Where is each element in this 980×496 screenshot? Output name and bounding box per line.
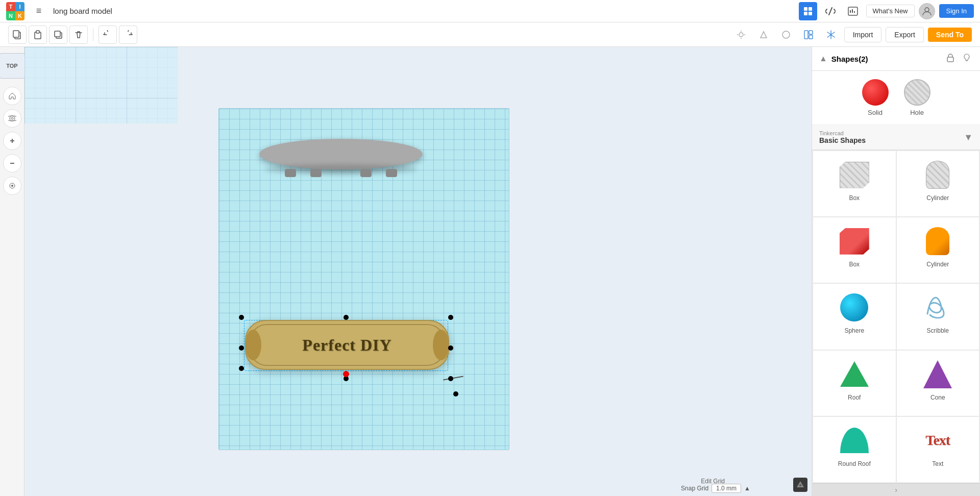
expand-arrow-icon: ›: [895, 486, 897, 494]
snap-grid-value[interactable]: 1.0 mm: [712, 484, 741, 493]
shape-grid: Box Cylinder Box Cylind: [812, 150, 980, 483]
tinkercad-corner-logo: [793, 478, 807, 492]
main-area: TOP: [0, 47, 980, 496]
undo-button[interactable]: [99, 26, 117, 44]
sphere-label: Sphere: [844, 327, 864, 334]
toolbar-right: Import Export Send To: [732, 26, 972, 44]
scribble-visual: [920, 291, 955, 324]
grid-icon: [803, 7, 813, 16]
shapes-lock-button[interactable]: [944, 52, 957, 65]
svg-point-20: [782, 31, 790, 38]
send-to-button[interactable]: Send To: [928, 28, 972, 42]
text-shape-label: Text: [932, 460, 943, 467]
orbit-button[interactable]: [3, 109, 21, 128]
signin-button[interactable]: Sign In: [939, 4, 974, 18]
label-board-group[interactable]: Perfect DIY: [239, 315, 453, 381]
circle-shape-button[interactable]: [777, 26, 795, 44]
export-button[interactable]: Export: [886, 27, 923, 42]
solid-circle: [862, 79, 889, 106]
shapes-collapse-button[interactable]: ▲: [819, 54, 827, 63]
snap-grid-controls: Snap Grid 1.0 mm ▲: [681, 484, 750, 493]
canvas-area[interactable]: Perfect DIY Edit Grid Snap Grid 1.0 mm ▲: [24, 47, 812, 496]
shape-card-cylinder-orange[interactable]: Cylinder: [897, 217, 979, 283]
skateboard-deck[interactable]: [254, 136, 428, 177]
shape-card-box-gray[interactable]: Box: [813, 151, 896, 216]
paste-button[interactable]: [29, 26, 47, 44]
reset-view-button[interactable]: [3, 177, 21, 195]
snap-grid-up-arrow[interactable]: ▲: [744, 485, 750, 492]
copy-icon: [13, 30, 22, 39]
solid-option[interactable]: Solid: [862, 79, 889, 116]
handle-middle-left[interactable]: [239, 345, 244, 351]
delete-button[interactable]: [69, 26, 88, 44]
logo-i: I: [15, 2, 24, 11]
layout-button[interactable]: [799, 26, 818, 44]
mirror-button[interactable]: [822, 26, 840, 44]
handle-top-right[interactable]: [448, 315, 453, 320]
shape-toggle-button[interactable]: [754, 26, 773, 44]
circle-shape-icon: [781, 30, 791, 40]
shapes-light-button[interactable]: [961, 52, 973, 65]
round-roof-label: Round Roof: [838, 460, 871, 467]
handle-rotation[interactable]: [453, 391, 458, 396]
roof-label: Roof: [848, 394, 861, 401]
user-avatar[interactable]: [919, 3, 935, 19]
shape-card-text[interactable]: Text Text: [897, 417, 979, 482]
panel-expand-toggle[interactable]: ›: [812, 483, 980, 496]
shape-library-header: Tinkercad Basic Shapes ▼: [812, 125, 980, 150]
scroll-decoration-left: [245, 330, 261, 360]
simulation-icon: [848, 7, 858, 16]
light-toggle-button[interactable]: [732, 26, 750, 44]
handle-top-left[interactable]: [239, 315, 244, 320]
hamburger-menu-button[interactable]: ≡: [30, 2, 48, 20]
svg-rect-22: [809, 31, 813, 34]
logo-n: N: [6, 11, 15, 20]
copy-button[interactable]: [8, 26, 27, 44]
shapes-header: ▲ Shapes(2): [812, 47, 980, 71]
toolbar: Import Export Send To: [0, 22, 980, 47]
duplicate-button[interactable]: [49, 26, 67, 44]
zoom-in-button[interactable]: [3, 132, 21, 150]
handle-middle-right[interactable]: [448, 345, 453, 351]
handle-top-middle[interactable]: [344, 315, 349, 320]
grid-view-button[interactable]: [799, 2, 817, 20]
shape-card-box-red[interactable]: Box: [813, 217, 896, 283]
mirror-icon: [826, 30, 836, 40]
shape-card-round-roof[interactable]: Round Roof: [813, 417, 896, 482]
whats-new-button[interactable]: What's New: [866, 5, 915, 17]
shape-card-cone[interactable]: Cone: [897, 351, 979, 416]
shape-card-roof[interactable]: Roof: [813, 351, 896, 416]
wheel-1: [285, 169, 296, 177]
svg-rect-35: [947, 57, 953, 62]
left-nav: TOP: [0, 47, 24, 496]
library-dropdown-button[interactable]: ▼: [964, 132, 973, 143]
shape-icon: [758, 30, 769, 40]
user-icon: [922, 6, 932, 16]
wheel-4: [386, 169, 397, 177]
shape-card-sphere[interactable]: Sphere: [813, 284, 896, 349]
svg-rect-3: [808, 12, 812, 15]
hole-option[interactable]: Hole: [904, 79, 930, 116]
reset-icon: [8, 182, 16, 190]
trash-icon: [74, 30, 83, 39]
svg-point-15: [739, 33, 743, 37]
home-view-button[interactable]: [3, 87, 21, 105]
codeblocks-button[interactable]: [821, 2, 840, 20]
wheel-2: [310, 169, 322, 177]
view-cube[interactable]: TOP: [0, 53, 25, 79]
handle-bottom-left[interactable]: [239, 366, 244, 371]
svg-rect-0: [804, 7, 807, 11]
handle-bottom-right[interactable]: [448, 376, 453, 381]
home-icon: [8, 92, 16, 100]
zoom-out-button[interactable]: [3, 154, 21, 172]
redo-button[interactable]: [119, 26, 137, 44]
cone-label: Cone: [930, 394, 945, 401]
cylinder-gray-label: Cylinder: [926, 194, 949, 202]
shape-card-scribble[interactable]: Scribble: [897, 284, 979, 349]
simulation-button[interactable]: [844, 2, 862, 20]
shape-card-cylinder-gray[interactable]: Cylinder: [897, 151, 979, 216]
wheel-3: [360, 169, 372, 177]
zoom-in-icon: [8, 137, 16, 145]
tinkercad-logo[interactable]: T I N K: [6, 2, 24, 20]
import-button[interactable]: Import: [844, 27, 882, 42]
